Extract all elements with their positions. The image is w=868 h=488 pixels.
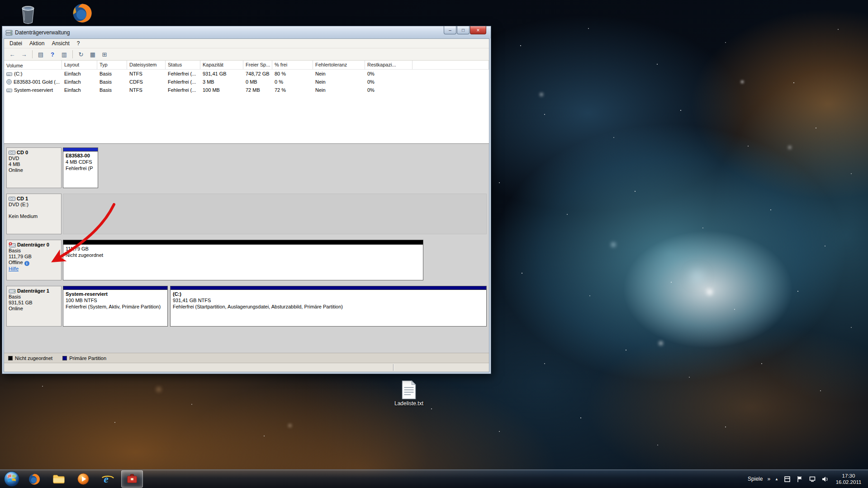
ladeliste-file-icon[interactable]: Ladeliste.txt <box>394 380 423 407</box>
col-fehlertoleranz[interactable]: Fehlertoleranz <box>313 61 365 69</box>
toolbar: ← → ▤ ? ▥ ↻ ▦ ⊞ <box>4 48 489 61</box>
menu-datei[interactable]: Datei <box>6 39 26 47</box>
toolbar-separator <box>72 50 73 58</box>
cd-drive-icon <box>9 150 15 156</box>
clock-date: 16.02.2011 <box>834 479 863 485</box>
console-tree-icon[interactable]: ▤ <box>35 49 46 59</box>
windows-update-icon[interactable] <box>783 475 791 483</box>
taskbar: e Spiele » ▲ 17:30 16.02 <box>0 469 868 488</box>
col-restkapaz[interactable]: Restkapazi... <box>365 61 413 69</box>
menu-bar: Datei Aktion Ansicht ? <box>4 39 489 48</box>
active-app-icon <box>125 472 139 486</box>
window-title: Datenträgerverwaltung <box>15 29 70 36</box>
explorer-taskbar-button[interactable] <box>48 470 70 488</box>
volume-row-system[interactable]: System-reserviert Einfach Basis NTFS Feh… <box>4 86 489 94</box>
taskbar-clock[interactable]: 17:30 16.02.2011 <box>834 473 863 485</box>
legend-unallocated: Nicht zugeordnet <box>8 355 52 361</box>
volume-icon[interactable] <box>821 475 829 483</box>
volume-table-header: Volume Layout Typ Dateisystem Status Kap… <box>4 61 489 70</box>
action-pane-icon[interactable]: ▥ <box>59 49 70 59</box>
disk1-label[interactable]: Datenträger 1 Basis 931,51 GB Online <box>6 286 62 327</box>
internet-explorer-taskbar-button[interactable]: e <box>97 470 119 488</box>
folder-icon <box>52 472 66 486</box>
col-kapazitaet[interactable]: Kapazität <box>200 61 243 69</box>
action-center-flag-icon[interactable] <box>796 475 804 483</box>
disk0-label[interactable]: Datenträger 0 Basis 111,79 GB Offline i … <box>6 240 62 280</box>
col-freier-sp[interactable]: Freier Sp... <box>243 61 272 69</box>
refresh-icon[interactable]: ↻ <box>76 49 86 59</box>
disk-row-disk1: Datenträger 1 Basis 931,51 GB Online Sys… <box>6 286 487 327</box>
legend-primary: Primäre Partition <box>62 355 106 361</box>
file-label: Ladeliste.txt <box>394 400 423 407</box>
cd-drive-icon <box>9 196 15 202</box>
windows-logo-icon <box>3 470 20 488</box>
disk-row-cd0: CD 0 DVD 4 MB Online E83583-00 4 MB CDFS… <box>6 147 487 188</box>
cd1-empty-media-area <box>63 194 487 234</box>
close-button[interactable]: × <box>470 26 486 34</box>
disk0-unallocated-partition[interactable]: 111,79 GB Nicht zugeordnet <box>63 240 423 280</box>
col-volume[interactable]: Volume <box>4 61 62 69</box>
volume-row-cd[interactable]: E83583-001 Gold (... Einfach Basis CDFS … <box>4 78 489 86</box>
volume-list-pane: Volume Layout Typ Dateisystem Status Kap… <box>4 61 489 144</box>
menu-hilfe[interactable]: ? <box>73 39 84 47</box>
col-typ[interactable]: Typ <box>97 61 127 69</box>
toolbar-expand-chevron-icon[interactable]: » <box>767 476 770 482</box>
volume-row-c[interactable]: (C:) Einfach Basis NTFS Fehlerfrei (... … <box>4 70 489 78</box>
show-hidden-icons-button[interactable]: ▲ <box>775 477 778 481</box>
forward-icon[interactable]: → <box>19 49 29 59</box>
minimize-button[interactable]: – <box>444 26 456 34</box>
back-icon[interactable]: ← <box>7 49 18 59</box>
firefox-glyph <box>71 1 94 24</box>
primary-partition-stripe <box>171 286 486 290</box>
legend: Nicht zugeordnet Primäre Partition <box>4 353 489 363</box>
help-icon[interactable]: ? <box>47 49 58 59</box>
cd1-label[interactable]: CD 1 DVD (E:) Kein Medium <box>6 194 62 234</box>
disk-management-window-icon <box>5 29 13 36</box>
disk-management-window: Datenträgerverwaltung – □ × Datei Aktion… <box>2 26 491 374</box>
properties-icon[interactable]: ⊞ <box>99 49 110 59</box>
graphical-view-pane: CD 0 DVD 4 MB Online E83583-00 4 MB CDFS… <box>4 144 489 353</box>
window-statusbar <box>4 363 489 372</box>
network-icon[interactable] <box>808 475 816 483</box>
toolbar-separator <box>32 50 33 58</box>
primary-color-swatch <box>62 356 67 360</box>
firefox-taskbar-button[interactable] <box>24 470 45 488</box>
system-reserved-partition[interactable]: System-reserviert 100 MB NTFS Fehlerfrei… <box>63 286 168 327</box>
c-drive-partition[interactable]: (C:) 931,41 GB NTFS Fehlerfrei (Startpar… <box>170 286 487 327</box>
wallpaper-bright-stars <box>0 0 1 1</box>
firefox-desktop-icon[interactable] <box>68 1 97 24</box>
start-button[interactable] <box>0 470 24 488</box>
media-player-taskbar-button[interactable] <box>72 470 94 488</box>
col-status[interactable]: Status <box>166 61 200 69</box>
col-filler <box>413 61 489 69</box>
cd-partition-stripe <box>63 148 98 152</box>
disk-row-cd1: CD 1 DVD (E:) Kein Medium <box>6 194 487 234</box>
window-controls: – □ × <box>444 26 486 34</box>
recycle-bin-icon[interactable] <box>14 2 43 25</box>
svg-text:e: e <box>104 473 109 485</box>
cd0-label[interactable]: CD 0 DVD 4 MB Online <box>6 147 62 188</box>
col-pct-frei[interactable]: % frei <box>272 61 313 69</box>
firefox-icon <box>28 472 41 486</box>
statusbar-divider <box>393 364 394 371</box>
cd-icon <box>6 79 12 85</box>
info-icon[interactable]: i <box>24 261 29 266</box>
primary-partition-stripe <box>63 286 167 290</box>
col-dateisystem[interactable]: Dateisystem <box>127 61 166 69</box>
recycle-bin-glyph <box>17 2 39 25</box>
menu-aktion[interactable]: Aktion <box>26 39 48 47</box>
spiele-toolbar-label[interactable]: Spiele <box>748 476 763 482</box>
cd0-partition[interactable]: E83583-00 4 MB CDFS Fehlerfrei (P <box>63 147 98 188</box>
offline-status: Offline <box>9 260 23 265</box>
col-layout[interactable]: Layout <box>62 61 97 69</box>
unallocated-color-swatch <box>8 356 13 360</box>
rescan-disks-icon[interactable]: ▦ <box>87 49 98 59</box>
disk-icon <box>9 288 16 294</box>
taskbar-app-buttons: e <box>24 470 143 488</box>
menu-ansicht[interactable]: Ansicht <box>48 39 73 47</box>
hilfe-link[interactable]: Hilfe <box>9 266 19 271</box>
media-player-icon <box>76 472 90 486</box>
window-titlebar[interactable]: Datenträgerverwaltung – □ × <box>2 26 491 38</box>
active-window-taskbar-button[interactable] <box>121 470 143 488</box>
maximize-button[interactable]: □ <box>457 26 470 34</box>
